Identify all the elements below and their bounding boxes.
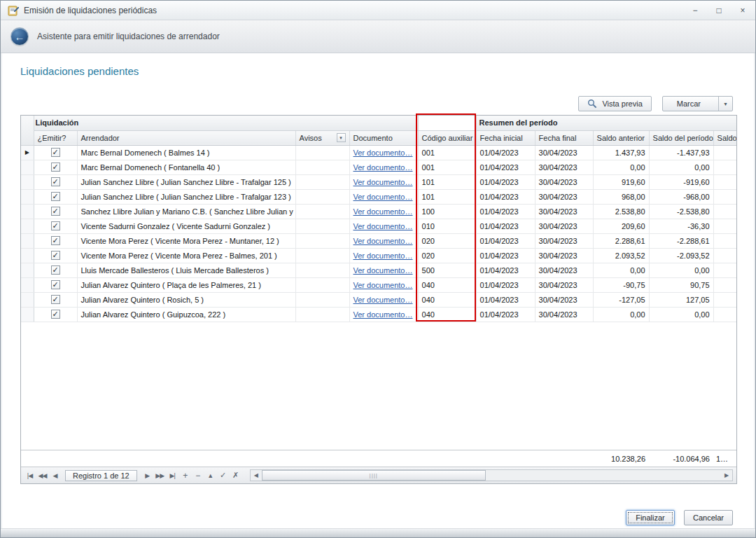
column-header-avisos[interactable]: Avisos ▼	[295, 130, 349, 145]
scrollbar-thumb[interactable]: ||||	[262, 470, 486, 481]
emitir-checkbox[interactable]: ✓	[51, 221, 60, 230]
fecha-inicial-cell: 01/04/2023	[476, 233, 535, 248]
table-row[interactable]: ▶ ✓ Marc Bernal Domenech ( Balmes 14 ) V…	[21, 145, 737, 160]
documento-link[interactable]: Ver documento…	[349, 174, 418, 189]
scroll-left-icon[interactable]: ◀	[251, 472, 262, 478]
avisos-cell	[295, 204, 349, 219]
column-header-arrendador[interactable]: Arrendador	[77, 130, 295, 145]
saldo-cell	[713, 233, 737, 248]
emitir-cell[interactable]: ✓	[34, 219, 77, 233]
nav-first-icon[interactable]: |◀	[24, 472, 35, 479]
nav-append-icon[interactable]: +	[180, 471, 190, 481]
table-row[interactable]: ✓ Sanchez Llibre Julian y Mariano C.B. (…	[21, 204, 737, 219]
row-indicator	[21, 233, 34, 248]
documento-link[interactable]: Ver documento…	[349, 145, 418, 160]
emitir-checkbox[interactable]: ✓	[51, 310, 60, 319]
documento-link[interactable]: Ver documento…	[349, 204, 418, 219]
emitir-cell[interactable]: ✓	[34, 204, 77, 219]
nav-prev-page-icon[interactable]: ◀◀	[37, 472, 48, 479]
row-indicator	[21, 219, 34, 233]
fecha-final-cell: 30/04/2023	[535, 219, 593, 233]
table-row[interactable]: ✓ Julian Sanchez Llibre ( Julian Sanchez…	[21, 174, 737, 189]
table-row[interactable]: ✓ Julian Alvarez Quintero ( Guipuzcoa, 2…	[21, 307, 737, 322]
documento-link[interactable]: Ver documento…	[349, 292, 418, 307]
emitir-checkbox[interactable]: ✓	[51, 192, 60, 201]
emitir-checkbox[interactable]: ✓	[51, 163, 60, 172]
column-header-codigo[interactable]: Código auxiliar	[418, 130, 476, 145]
arrendador-cell: Lluis Mercade Ballesteros ( Lluis Mercad…	[77, 263, 295, 277]
table-row[interactable]: ✓ Marc Bernal Domenech ( Fontanella 40 )…	[21, 160, 737, 174]
emitir-cell[interactable]: ✓	[34, 189, 77, 204]
avisos-cell	[295, 248, 349, 263]
arrendador-cell: Julian Sanchez Llibre ( Julian Sanchez L…	[77, 174, 295, 189]
preview-button[interactable]: Vista previa	[578, 96, 651, 111]
back-button[interactable]: ←	[10, 27, 29, 46]
scrollbar-track[interactable]: ||||	[262, 470, 721, 481]
table-row[interactable]: ✓ Vicente Sadurni Gonzalez ( Vicente Sad…	[21, 219, 737, 233]
minimize-icon[interactable]: −	[690, 6, 701, 15]
nav-delete-icon[interactable]: −	[192, 471, 203, 481]
emitir-cell[interactable]: ✓	[34, 263, 77, 277]
scroll-right-icon[interactable]: ▶	[721, 472, 732, 478]
table-row[interactable]: ✓ Julian Alvarez Quintero ( Plaça de les…	[21, 277, 737, 292]
codigo-auxiliar-cell: 020	[418, 248, 476, 263]
saldo-anterior-cell: 968,00	[593, 189, 649, 204]
column-header-saldo-periodo[interactable]: Saldo del período	[649, 130, 713, 145]
nav-post-icon[interactable]: ✓	[218, 471, 228, 480]
column-header-documento[interactable]: Documento	[349, 130, 418, 145]
table-row[interactable]: ✓ Vicente Mora Perez ( Vicente Mora Pere…	[21, 248, 737, 263]
arrendador-cell: Vicente Mora Perez ( Vicente Mora Perez …	[77, 248, 295, 263]
emitir-checkbox[interactable]: ✓	[51, 177, 60, 186]
saldo-anterior-cell: 1.437,93	[593, 145, 649, 160]
emitir-cell[interactable]: ✓	[34, 292, 77, 307]
codigo-auxiliar-cell: 001	[418, 145, 476, 160]
documento-link[interactable]: Ver documento…	[349, 219, 418, 233]
documento-link[interactable]: Ver documento…	[349, 277, 418, 292]
column-header-fecha-final[interactable]: Fecha final	[535, 130, 593, 145]
mark-button-label[interactable]: Marcar	[663, 97, 713, 111]
emitir-cell[interactable]: ✓	[34, 160, 77, 174]
close-icon[interactable]: ×	[737, 6, 748, 15]
documento-link[interactable]: Ver documento…	[349, 263, 418, 277]
documento-link[interactable]: Ver documento…	[349, 248, 418, 263]
cancel-button[interactable]: Cancelar	[684, 510, 733, 525]
emitir-checkbox[interactable]: ✓	[51, 251, 60, 260]
nav-cancel-icon[interactable]: ✗	[230, 471, 241, 480]
nav-prev-icon[interactable]: ◀	[50, 472, 60, 479]
documento-link[interactable]: Ver documento…	[349, 189, 418, 204]
documento-link[interactable]: Ver documento…	[349, 307, 418, 322]
nav-edit-icon[interactable]: ▲	[205, 472, 216, 479]
table-row[interactable]: ✓ Lluis Mercade Ballesteros ( Lluis Merc…	[21, 263, 737, 277]
table-row[interactable]: ✓ Julian Alvarez Quintero ( Rosich, 5 ) …	[21, 292, 737, 307]
emitir-checkbox[interactable]: ✓	[51, 265, 60, 275]
nav-next-page-icon[interactable]: ▶▶	[155, 472, 165, 479]
arrendador-cell: Julian Sanchez Llibre ( Julian Sanchez L…	[77, 189, 295, 204]
emitir-checkbox[interactable]: ✓	[51, 280, 60, 289]
mark-button[interactable]: Marcar ▼	[662, 96, 733, 111]
emitir-checkbox[interactable]: ✓	[51, 207, 60, 216]
emitir-cell[interactable]: ✓	[34, 174, 77, 189]
documento-link[interactable]: Ver documento…	[349, 233, 418, 248]
horizontal-scrollbar[interactable]: ◀ |||| ▶	[250, 469, 733, 481]
emitir-checkbox[interactable]: ✓	[51, 295, 60, 304]
finish-button[interactable]: Finalizar	[626, 510, 675, 525]
table-row[interactable]: ✓ Julian Sanchez Llibre ( Julian Sanchez…	[21, 189, 737, 204]
documento-link[interactable]: Ver documento…	[349, 160, 418, 174]
emitir-checkbox[interactable]: ✓	[51, 236, 60, 245]
emitir-cell[interactable]: ✓	[34, 145, 77, 160]
emitir-cell[interactable]: ✓	[34, 307, 77, 322]
emitir-cell[interactable]: ✓	[34, 248, 77, 263]
mark-dropdown-button[interactable]: ▼	[718, 97, 732, 111]
column-header-saldo-anterior[interactable]: Saldo anterior	[593, 130, 649, 145]
table-row[interactable]: ✓ Vicente Mora Perez ( Vicente Mora Pere…	[21, 233, 737, 248]
nav-next-icon[interactable]: ▶	[142, 472, 153, 479]
emitir-cell[interactable]: ✓	[34, 277, 77, 292]
column-header-fecha-inicial[interactable]: Fecha inicial	[476, 130, 535, 145]
maximize-icon[interactable]: □	[713, 6, 724, 15]
column-header-emitir[interactable]: ¿Emitir?	[34, 130, 77, 145]
avisos-filter-button[interactable]: ▼	[337, 133, 346, 142]
emitir-cell[interactable]: ✓	[34, 233, 77, 248]
nav-last-icon[interactable]: ▶|	[167, 472, 178, 479]
column-header-saldo[interactable]: Saldo	[713, 130, 737, 145]
emitir-checkbox[interactable]: ✓	[51, 148, 60, 157]
